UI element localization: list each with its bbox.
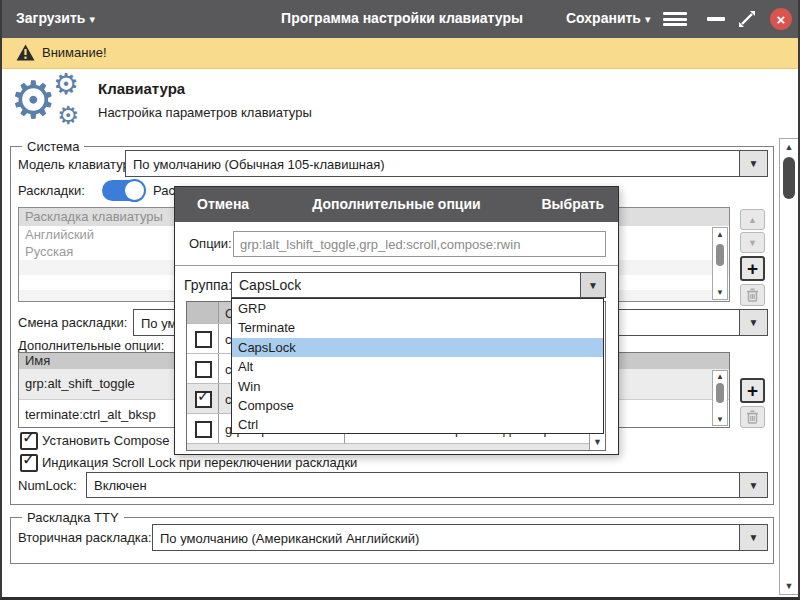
chevron-down-icon: ▾ — [645, 13, 651, 25]
secondary-layout-dropdown[interactable]: По умолчанию (Американский Английский) ▼ — [152, 524, 768, 551]
save-button[interactable]: Сохранить▾ — [566, 10, 651, 26]
add-option-button[interactable]: + — [740, 378, 765, 403]
main-scrollbar[interactable]: ▲ ▼ — [779, 138, 799, 595]
check-icon: ✓ — [22, 428, 35, 447]
delete-option-button[interactable] — [740, 406, 765, 428]
scroll-down-icon[interactable]: ▼ — [713, 288, 727, 297]
scroll-lock-checkbox[interactable]: ✓ — [20, 454, 38, 472]
compose-checkbox[interactable]: ✓ — [20, 432, 38, 450]
gear-icon: ⚙ — [10, 74, 57, 126]
dropdown-option[interactable]: Win — [232, 377, 603, 396]
scroll-up-icon[interactable]: ▲ — [713, 230, 727, 239]
warning-banner: Внимание! — [2, 38, 800, 69]
additional-options-dialog: Отмена Дополнительные опции Выбрать Опци… — [174, 186, 619, 455]
empty-row — [187, 444, 591, 451]
minimize-button[interactable] — [707, 17, 725, 21]
layout-switch-label: Смена раскладки: — [18, 315, 127, 330]
layouts-label: Раскладки: — [18, 183, 85, 198]
numlock-dropdown[interactable]: Включен ▼ — [86, 472, 768, 498]
keyboard-model-value: По умолчанию (Обычная 105-клавишная) — [133, 156, 385, 171]
chevron-down-icon[interactable]: ▼ — [739, 151, 767, 176]
options-scrollbar[interactable]: ▲ ▼ — [712, 370, 728, 426]
scrollbar-thumb[interactable] — [783, 157, 795, 199]
add-layout-button[interactable]: + — [740, 256, 765, 281]
dialog-header: Отмена Дополнительные опции Выбрать — [175, 187, 618, 222]
row-checkbox[interactable] — [195, 361, 212, 378]
move-up-button[interactable]: ▲ — [740, 209, 765, 230]
chevron-down-icon[interactable]: ▼ — [739, 310, 767, 335]
additional-options-label: Дополнительные опции: — [18, 338, 164, 353]
maximize-icon[interactable] — [737, 9, 757, 29]
chevron-down-icon[interactable]: ▼ — [739, 525, 767, 550]
scroll-down-icon[interactable]: ▼ — [590, 437, 605, 447]
scrollbar-thumb[interactable] — [716, 244, 724, 266]
chevron-down-icon: ▾ — [89, 13, 95, 25]
dropdown-option[interactable]: GRP — [232, 299, 603, 318]
move-down-button[interactable]: ▼ — [740, 232, 765, 253]
page-title: Клавиатура — [98, 80, 185, 97]
toggle-knob — [123, 179, 146, 202]
titlebar: Загрузить▾ Программа настройки клавиатур… — [2, 0, 800, 38]
warning-icon — [16, 44, 35, 61]
load-button[interactable]: Загрузить▾ — [16, 10, 95, 26]
options-input[interactable] — [233, 231, 606, 257]
cancel-button[interactable]: Отмена — [197, 196, 249, 212]
layouts-scrollbar[interactable]: ▲ ▼ — [712, 227, 728, 300]
row-checkbox[interactable] — [195, 421, 212, 438]
dropdown-option[interactable]: Compose — [232, 396, 603, 415]
select-button[interactable]: Выбрать — [541, 196, 604, 212]
options-field-label: Опции: — [189, 236, 232, 251]
close-button[interactable]: × — [770, 8, 792, 30]
group-combo-value: CapsLock — [239, 277, 301, 293]
chevron-down-icon[interactable]: ▼ — [739, 473, 767, 497]
system-group-label: Система — [22, 139, 84, 154]
layout-switch-value: По ум — [141, 315, 176, 330]
page-subtitle: Настройка параметров клавиатуры — [98, 105, 312, 120]
gear-icon: ⚙ — [53, 70, 79, 99]
check-icon: ✓ — [22, 450, 35, 469]
trash-icon — [746, 410, 759, 424]
chevron-down-icon[interactable]: ▼ — [580, 273, 605, 297]
trash-icon — [746, 288, 759, 302]
numlock-label: NumLock: — [18, 478, 77, 493]
scroll-up-icon[interactable]: ▲ — [713, 372, 727, 381]
scroll-up-icon[interactable]: ▲ — [780, 142, 798, 152]
secondary-layout-value: По умолчанию (Американский Английский) — [160, 530, 419, 545]
scroll-down-icon[interactable]: ▼ — [780, 581, 798, 591]
delete-layout-button[interactable] — [740, 284, 765, 306]
group-combo[interactable]: CapsLock ▼ — [231, 272, 606, 298]
app-window: Загрузить▾ Программа настройки клавиатур… — [0, 0, 800, 600]
warning-text: Внимание! — [42, 45, 107, 60]
scroll-down-icon[interactable]: ▼ — [713, 415, 727, 424]
compose-checkbox-label: Установить Compose — [42, 433, 169, 448]
dropdown-option[interactable]: Terminate — [232, 318, 603, 337]
scroll-lock-checkbox-label: Индикация Scroll Lock при переключении р… — [42, 455, 357, 470]
row-checkbox[interactable]: ✓ — [195, 391, 212, 408]
row-checkbox[interactable] — [195, 331, 212, 348]
secondary-layout-label: Вторичная раскладка: — [18, 530, 152, 545]
menu-icon[interactable] — [663, 12, 687, 26]
keyboard-model-label: Модель клавиатуры: — [18, 157, 143, 172]
group-dropdown-list: GRP Terminate CapsLock Alt Win Compose C… — [231, 298, 604, 434]
layouts-toggle[interactable] — [102, 180, 144, 201]
dropdown-option[interactable]: Ctrl — [232, 415, 603, 434]
check-icon: ✓ — [197, 387, 210, 405]
divider — [175, 265, 618, 266]
dropdown-option-selected[interactable]: CapsLock — [232, 338, 603, 357]
tty-group-label: Раскладка TTY — [22, 510, 124, 525]
checkbox-column-header — [187, 302, 219, 323]
dropdown-option[interactable]: Alt — [232, 357, 603, 376]
numlock-value: Включен — [94, 478, 147, 493]
gear-icon: ⚙ — [57, 103, 79, 128]
group-combo-label: Группа: — [184, 277, 232, 293]
keyboard-model-dropdown[interactable]: По умолчанию (Обычная 105-клавишная) ▼ — [125, 150, 768, 177]
scrollbar-thumb[interactable] — [716, 383, 724, 403]
